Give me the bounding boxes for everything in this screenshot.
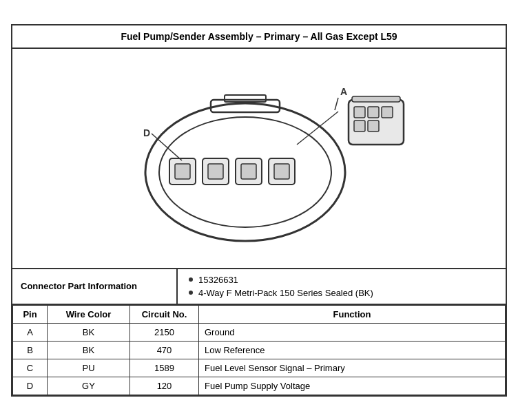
- cell-pin: A: [13, 323, 48, 341]
- svg-rect-20: [354, 120, 365, 132]
- bullet-text-2: 4-Way F Metri-Pack 150 Series Sealed (BK…: [198, 288, 373, 298]
- col-header-pin: Pin: [13, 305, 48, 323]
- pin-table: Pin Wire Color Circuit No. Function ABK2…: [12, 305, 506, 395]
- svg-rect-3: [225, 95, 266, 102]
- svg-text:D: D: [143, 127, 150, 138]
- page-title: Fuel Pump/Sender Assembly – Primary – Al…: [12, 25, 506, 49]
- cell-pin: D: [13, 377, 48, 395]
- table-header-row: Pin Wire Color Circuit No. Function: [13, 305, 506, 323]
- cell-function: Low Reference: [199, 341, 506, 359]
- svg-rect-11: [274, 164, 289, 179]
- svg-rect-22: [352, 96, 400, 102]
- svg-rect-21: [368, 120, 379, 132]
- svg-rect-5: [175, 164, 190, 179]
- bullet-text-1: 15326631: [198, 275, 238, 285]
- svg-rect-17: [354, 107, 365, 118]
- cell-wire-color: PU: [48, 359, 130, 377]
- svg-line-15: [335, 98, 338, 110]
- cell-circuit-no: 120: [130, 377, 199, 395]
- col-header-circuit-no: Circuit No.: [130, 305, 199, 323]
- table-row: ABK2150Ground: [13, 323, 506, 341]
- cell-function: Fuel Pump Supply Voltage: [199, 377, 506, 395]
- cell-wire-color: BK: [48, 341, 130, 359]
- cell-wire-color: GY: [48, 377, 130, 395]
- connector-info-row: Connector Part Information 15326631 4-Wa…: [12, 269, 506, 305]
- cell-circuit-no: 2150: [130, 323, 199, 341]
- cell-function: Fuel Level Sensor Signal – Primary: [199, 359, 506, 377]
- svg-rect-7: [208, 164, 223, 179]
- svg-rect-9: [241, 164, 256, 179]
- table-row: DGY120Fuel Pump Supply Voltage: [13, 377, 506, 395]
- bullet-dot-2: [189, 291, 193, 295]
- col-header-wire-color: Wire Color: [48, 305, 130, 323]
- connector-info-label: Connector Part Information: [12, 269, 178, 304]
- table-row: BBK470Low Reference: [13, 341, 506, 359]
- cell-wire-color: BK: [48, 323, 130, 341]
- connector-diagram: D A: [94, 62, 424, 255]
- diagram-area: D A: [12, 49, 506, 269]
- svg-rect-19: [382, 107, 393, 118]
- main-container: Fuel Pump/Sender Assembly – Primary – Al…: [11, 24, 507, 397]
- cell-circuit-no: 1589: [130, 359, 199, 377]
- cell-circuit-no: 470: [130, 341, 199, 359]
- col-header-function: Function: [199, 305, 506, 323]
- cell-pin: B: [13, 341, 48, 359]
- table-row: CPU1589Fuel Level Sensor Signal – Primar…: [13, 359, 506, 377]
- cell-function: Ground: [199, 323, 506, 341]
- bullet-item-1: 15326631: [189, 275, 495, 285]
- bullet-item-2: 4-Way F Metri-Pack 150 Series Sealed (BK…: [189, 288, 495, 298]
- svg-text:A: A: [340, 86, 347, 97]
- svg-rect-18: [368, 107, 379, 118]
- connector-info-values: 15326631 4-Way F Metri-Pack 150 Series S…: [178, 269, 506, 304]
- bullet-dot-1: [189, 277, 193, 282]
- cell-pin: C: [13, 359, 48, 377]
